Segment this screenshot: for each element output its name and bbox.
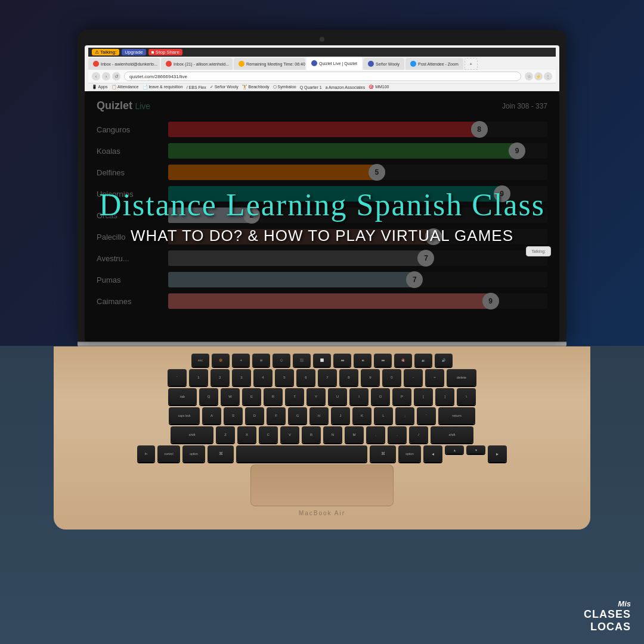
- browser-tab-alert[interactable]: Remaining Meeting Time: 06:40: [234, 58, 305, 70]
- browser-tab-gmail1[interactable]: Inbox - awienhold@dunkerto...: [88, 58, 160, 70]
- key-i[interactable]: I: [349, 388, 369, 405]
- key-y[interactable]: Y: [306, 388, 326, 405]
- key-command-right[interactable]: ⌘: [370, 445, 396, 462]
- key-d[interactable]: D: [245, 407, 264, 424]
- key-8[interactable]: 8: [339, 369, 358, 386]
- key-l[interactable]: L: [374, 407, 393, 424]
- key-x[interactable]: X: [237, 426, 256, 443]
- key-equals[interactable]: =: [425, 369, 444, 386]
- extensions-button[interactable]: ⚡: [534, 72, 543, 80]
- key-rbracket[interactable]: ]: [435, 388, 454, 405]
- key-f3[interactable]: ⊞: [252, 354, 270, 367]
- new-tab-button[interactable]: +: [465, 58, 478, 70]
- key-f7[interactable]: ⏮: [333, 354, 351, 367]
- key-w[interactable]: W: [221, 388, 240, 405]
- key-m[interactable]: M: [345, 426, 364, 443]
- key-0[interactable]: 0: [382, 369, 401, 386]
- key-7[interactable]: 7: [318, 369, 337, 386]
- key-fn[interactable]: fn: [137, 445, 155, 462]
- key-space[interactable]: [236, 445, 367, 462]
- key-f4[interactable]: ⟨⟩: [273, 354, 290, 367]
- key-3[interactable]: 3: [232, 369, 251, 386]
- key-minus[interactable]: -: [404, 369, 423, 386]
- key-f11[interactable]: 🔉: [414, 354, 432, 367]
- browser-tab-gmail2[interactable]: Inbox (21) - allison.wienhold...: [161, 58, 233, 70]
- key-u[interactable]: U: [328, 388, 347, 405]
- key-capslock[interactable]: caps lock: [169, 407, 200, 424]
- key-esc[interactable]: esc: [191, 354, 209, 367]
- browser-tab-quizlet[interactable]: Quizlet Live | Quizlet: [306, 57, 362, 70]
- key-arrow-down[interactable]: ▾: [466, 445, 485, 454]
- bookmark-symbaloo[interactable]: ⬡ Symbaloo: [273, 85, 296, 89]
- key-lbracket[interactable]: [: [414, 388, 433, 405]
- menu-button[interactable]: ⋮: [544, 72, 552, 80]
- key-j[interactable]: J: [331, 407, 350, 424]
- key-n[interactable]: N: [323, 426, 342, 443]
- key-option-left[interactable]: option: [182, 445, 205, 462]
- refresh-button[interactable]: ↺: [112, 72, 120, 80]
- bookmark-mm100[interactable]: 🎯 MM100: [369, 85, 389, 89]
- bookmark-leave[interactable]: 📄 leave & requisition: [143, 85, 183, 89]
- key-t[interactable]: T: [285, 388, 304, 405]
- key-option-right[interactable]: option: [398, 445, 421, 462]
- key-o[interactable]: O: [371, 388, 390, 405]
- stop-share-button[interactable]: ■ Stop Share: [148, 49, 182, 55]
- key-control[interactable]: control: [157, 445, 180, 462]
- key-backslash[interactable]: \: [457, 388, 476, 405]
- key-shift-left[interactable]: shift: [171, 426, 213, 443]
- key-arrow-up[interactable]: ▴: [445, 445, 464, 454]
- key-s[interactable]: S: [224, 407, 243, 424]
- key-e[interactable]: E: [242, 388, 261, 405]
- key-f6[interactable]: ⬜: [313, 354, 331, 367]
- key-c[interactable]: C: [259, 426, 278, 443]
- key-tab[interactable]: tab: [168, 388, 197, 405]
- bookmark-quarter[interactable]: Q Quarter 1: [300, 85, 322, 89]
- bookmark-attendance[interactable]: 📋 Attendance: [112, 85, 139, 89]
- key-command-left[interactable]: ⌘: [208, 445, 234, 462]
- key-4[interactable]: 4: [253, 369, 273, 386]
- key-f2[interactable]: ☀: [232, 354, 250, 367]
- bookmark-senor[interactable]: ✓ Señor Wooly: [210, 85, 239, 89]
- key-delete[interactable]: delete: [447, 369, 476, 386]
- key-f5[interactable]: ⬛: [293, 354, 311, 367]
- browser-tab-zoom[interactable]: Post Attendee - Zoom: [405, 58, 463, 70]
- key-v[interactable]: V: [280, 426, 299, 443]
- key-z[interactable]: Z: [216, 426, 235, 443]
- browser-tab-senor[interactable]: Señor Wooly: [363, 58, 404, 70]
- key-1[interactable]: 1: [189, 369, 208, 386]
- forward-button[interactable]: ›: [102, 72, 110, 80]
- bookmark-apps[interactable]: 📱 Apps: [92, 85, 108, 89]
- key-k[interactable]: K: [352, 407, 371, 424]
- key-arrow-right[interactable]: ▸: [488, 445, 507, 462]
- key-f10[interactable]: 🔇: [394, 354, 412, 367]
- key-period[interactable]: .: [388, 426, 407, 443]
- key-r[interactable]: R: [264, 388, 283, 405]
- key-shift-right[interactable]: shift: [431, 426, 473, 443]
- key-h[interactable]: H: [309, 407, 329, 424]
- key-f8[interactable]: ⏯: [354, 354, 371, 367]
- key-semicolon[interactable]: ;: [395, 407, 414, 424]
- key-backtick[interactable]: `: [168, 369, 187, 386]
- key-a[interactable]: A: [202, 407, 221, 424]
- back-button[interactable]: ‹: [92, 72, 100, 80]
- key-comma[interactable]: ,: [366, 426, 385, 443]
- key-5[interactable]: 5: [275, 369, 294, 386]
- key-f[interactable]: F: [267, 407, 286, 424]
- key-p[interactable]: P: [392, 388, 411, 405]
- touchpad[interactable]: [250, 465, 394, 506]
- key-return[interactable]: return: [438, 407, 475, 424]
- key-slash[interactable]: /: [409, 426, 428, 443]
- bookmark-beachbody[interactable]: 🏋 Beachbody: [242, 85, 270, 89]
- key-arrow-left[interactable]: ◂: [423, 445, 442, 462]
- address-bar[interactable]: quizlet.com/286669431/live: [124, 72, 521, 81]
- key-f1[interactable]: 🔆: [212, 354, 230, 367]
- key-9[interactable]: 9: [361, 369, 380, 386]
- bookmark-amazon[interactable]: a Amazon Associates: [326, 85, 366, 89]
- key-f9[interactable]: ⏭: [374, 354, 392, 367]
- key-2[interactable]: 2: [210, 369, 230, 386]
- key-6[interactable]: 6: [296, 369, 315, 386]
- key-g[interactable]: G: [288, 407, 307, 424]
- upgrade-button[interactable]: Upgrade: [122, 49, 146, 55]
- bookmark-ebs[interactable]: / EBS Flex: [187, 85, 206, 89]
- bookmark-button[interactable]: ☆: [525, 72, 533, 80]
